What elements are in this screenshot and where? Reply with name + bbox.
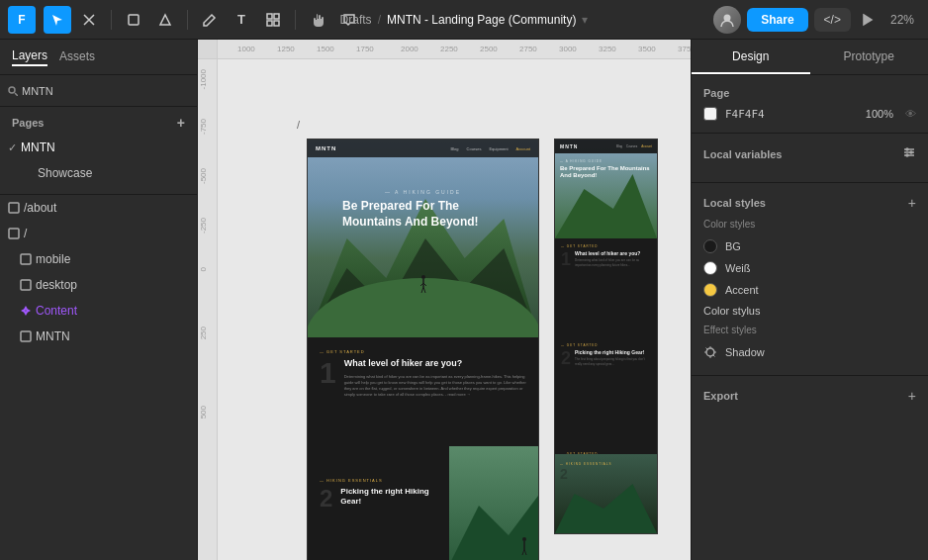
frame-nav-links: Blog Courses Equipment Account (451, 146, 531, 151)
local-styles-add[interactable]: + (908, 195, 916, 211)
visibility-toggle[interactable]: 👁 (905, 108, 916, 120)
frame-icon-mobile (20, 253, 32, 265)
effect-name-shadow: Shadow (725, 346, 765, 358)
breadcrumb-page[interactable]: MNTN - Landing Page (Community) (387, 13, 576, 27)
svg-line-22 (421, 287, 423, 293)
layer-mobile[interactable]: mobile (0, 246, 197, 272)
tab-assets[interactable]: Assets (59, 49, 95, 65)
pages-section: Pages + ✓ MNTN Showcase (0, 107, 197, 195)
component-icon (20, 305, 32, 317)
local-styles-title: Local styles (703, 197, 766, 209)
pages-add-btn[interactable]: + (177, 115, 185, 131)
layer-about-label: /about (24, 201, 56, 215)
divider-3 (295, 10, 296, 30)
frame2-nav3: Account (641, 144, 652, 148)
page-color-swatch[interactable] (703, 107, 717, 121)
local-variables-header: Local variables (703, 145, 916, 162)
color-dot-accent (703, 283, 717, 297)
breadcrumb-sep-1: / (378, 13, 381, 27)
ruler-tick-3000: 3000 (559, 45, 577, 53)
page-showcase[interactable]: Showcase (0, 160, 197, 186)
canvas-content[interactable]: / MNTN Blog Courses Equipment Account (218, 59, 691, 560)
tool-pen[interactable] (196, 6, 224, 34)
effect-style-shadow[interactable]: Shadow (703, 341, 916, 363)
color-style-accent[interactable]: Accent (703, 279, 916, 301)
page-mntn[interactable]: ✓ MNTN (0, 135, 197, 160)
play-button[interactable] (857, 9, 879, 31)
page-check-icon: ✓ (8, 141, 17, 154)
svg-line-39 (706, 348, 708, 350)
right-panel-tabs: Design Prototype (692, 40, 928, 75)
layer-content[interactable]: Content (0, 298, 197, 324)
svg-line-23 (423, 287, 425, 293)
local-variables-icon[interactable] (902, 145, 916, 162)
svg-rect-4 (267, 21, 272, 26)
layer-slash[interactable]: / (0, 221, 197, 246)
layer-desktop[interactable]: desktop (0, 272, 197, 298)
svg-line-40 (713, 355, 715, 357)
page-section: Page F4F4F4 100% 👁 (692, 75, 928, 134)
tool-text[interactable]: T (228, 6, 255, 34)
toolbar-left: F T (8, 6, 363, 34)
svg-marker-30 (555, 484, 657, 533)
color-dot-weiss (703, 261, 717, 275)
tab-layers[interactable]: Layers (12, 48, 47, 66)
svg-point-8 (9, 87, 15, 93)
svg-line-27 (522, 549, 524, 555)
user-avatar[interactable] (713, 6, 741, 34)
ruler-tick-2500: 2500 (480, 45, 498, 53)
frame2-nav1: Blog (616, 144, 622, 148)
share-button[interactable]: Share (747, 8, 807, 32)
tool-shape[interactable] (151, 6, 179, 34)
ruler-vtick-neg250: -250 (199, 218, 208, 233)
ruler-tick-1500: 1500 (317, 45, 334, 53)
tool-move-2[interactable] (75, 6, 103, 34)
main-area: Layers Assets Pages + ✓ MNTN Showcase (0, 40, 928, 560)
nav-link-2: Courses (467, 146, 482, 151)
color-name-accent: Accent (725, 284, 759, 296)
tool-move[interactable] (44, 6, 71, 34)
section-row-1: 1 What level of hiker are you? Determini… (320, 358, 526, 398)
ruler-vtick-neg750: -750 (199, 119, 208, 135)
layer-about[interactable]: /about (0, 195, 197, 221)
frame-icon-2 (8, 228, 20, 239)
page-color-value[interactable]: F4F4F4 (725, 108, 765, 121)
svg-marker-29 (555, 174, 657, 238)
color-style-weiss[interactable]: Weiß (703, 257, 916, 279)
export-section: Export + (692, 376, 928, 416)
local-styles-section: Local styles + Color styles BG Weiß Acce… (692, 183, 928, 376)
export-add-btn[interactable]: + (908, 388, 916, 404)
hero-eyebrow: — A HIKING GUIDE (327, 189, 518, 195)
page-opacity-value[interactable]: 100% (866, 108, 893, 120)
svg-point-18 (421, 275, 425, 279)
tool-component[interactable] (259, 6, 287, 34)
svg-rect-3 (274, 14, 279, 19)
nav-link-account: Account (516, 146, 530, 151)
section-content-1: What level of hiker are you? Determining… (344, 358, 526, 398)
color-stylus-label: Color stylus (703, 301, 916, 317)
code-button[interactable]: </> (814, 8, 851, 32)
canvas[interactable]: 1000 1250 1500 1750 2000 2250 2500 2750 … (198, 40, 691, 560)
frame-icon (8, 202, 20, 214)
nav-link-1: Blog (451, 146, 459, 151)
tab-prototype[interactable]: Prototype (810, 40, 929, 74)
tab-design[interactable]: Design (692, 40, 810, 74)
layer-mntn[interactable]: MNTN (0, 324, 197, 349)
svg-marker-7 (864, 15, 872, 25)
desktop-frame[interactable]: MNTN Blog Courses Equipment Account (307, 139, 539, 560)
export-title: Export (703, 390, 738, 402)
layer-desktop-label: desktop (36, 278, 77, 292)
tool-frame[interactable] (120, 6, 147, 34)
export-header: Export + (703, 388, 916, 404)
divider-1 (111, 10, 112, 30)
color-style-bg[interactable]: BG (703, 235, 916, 257)
ruler-tick-3750: 3750 (678, 45, 691, 53)
breadcrumb-drafts[interactable]: Drafts (340, 13, 372, 27)
tool-hand[interactable] (304, 6, 331, 34)
ruler-corner (198, 40, 218, 59)
desktop-frame-2[interactable]: MNTN Blog Courses Account — A HIKING GUI… (554, 139, 658, 534)
color-name-bg: BG (725, 240, 741, 252)
brand-icon[interactable]: F (8, 6, 36, 34)
layer-search-input[interactable] (22, 85, 189, 97)
zoom-level[interactable]: 22% (884, 9, 920, 31)
